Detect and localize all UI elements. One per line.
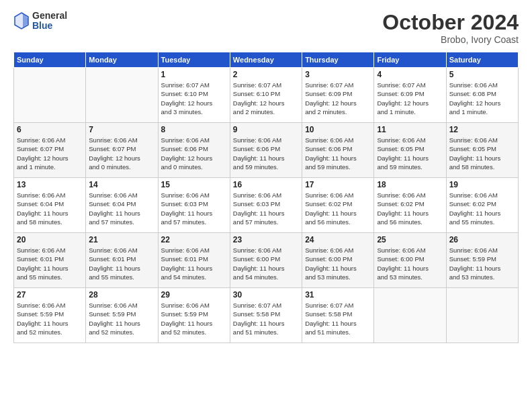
day-info: Sunrise: 6:06 AM Sunset: 6:08 PM Dayligh… [449,81,515,116]
calendar-cell: 31Sunrise: 6:07 AM Sunset: 5:58 PM Dayli… [302,288,374,343]
logo-text: General Blue [32,11,67,32]
day-number: 5 [449,70,515,79]
day-info: Sunrise: 6:06 AM Sunset: 6:02 PM Dayligh… [377,191,443,226]
calendar-cell: 6Sunrise: 6:06 AM Sunset: 6:07 PM Daylig… [14,123,86,178]
day-number: 31 [305,290,371,300]
day-number: 8 [161,125,227,134]
calendar-cell [446,288,518,343]
calendar-cell: 12Sunrise: 6:06 AM Sunset: 6:05 PM Dayli… [446,123,518,178]
calendar-cell: 30Sunrise: 6:07 AM Sunset: 5:58 PM Dayli… [230,288,302,343]
day-number: 18 [377,180,443,189]
day-info: Sunrise: 6:07 AM Sunset: 6:09 PM Dayligh… [377,81,443,116]
calendar-cell: 16Sunrise: 6:06 AM Sunset: 6:03 PM Dayli… [230,178,302,233]
weekday-header-friday: Friday [374,52,446,68]
logo-blue-text: Blue [32,21,67,31]
week-row-4: 20Sunrise: 6:06 AM Sunset: 6:01 PM Dayli… [14,233,519,288]
week-row-1: 1Sunrise: 6:07 AM Sunset: 6:10 PM Daylig… [14,68,519,123]
calendar-cell: 28Sunrise: 6:06 AM Sunset: 5:59 PM Dayli… [86,288,158,343]
logo: General Blue [13,11,67,32]
week-row-5: 27Sunrise: 6:06 AM Sunset: 5:59 PM Dayli… [14,288,519,343]
day-info: Sunrise: 6:06 AM Sunset: 6:01 PM Dayligh… [89,246,154,281]
calendar-cell: 23Sunrise: 6:06 AM Sunset: 6:00 PM Dayli… [230,233,302,288]
calendar-cell: 2Sunrise: 6:07 AM Sunset: 6:10 PM Daylig… [230,68,302,123]
day-number: 13 [17,180,83,189]
day-info: Sunrise: 6:06 AM Sunset: 5:59 PM Dayligh… [17,301,83,336]
day-number: 4 [377,70,443,79]
day-number: 3 [305,70,371,79]
day-number: 30 [233,290,299,300]
day-number: 25 [377,235,443,244]
day-info: Sunrise: 6:06 AM Sunset: 6:00 PM Dayligh… [377,246,443,281]
weekday-header-row: SundayMondayTuesdayWednesdayThursdayFrid… [14,52,519,68]
week-row-2: 6Sunrise: 6:06 AM Sunset: 6:07 PM Daylig… [14,123,519,178]
day-number: 14 [89,180,154,189]
calendar-cell: 13Sunrise: 6:06 AM Sunset: 6:04 PM Dayli… [14,178,86,233]
calendar-cell [14,68,86,123]
day-info: Sunrise: 6:06 AM Sunset: 6:02 PM Dayligh… [305,191,371,226]
weekday-header-monday: Monday [86,52,158,68]
day-info: Sunrise: 6:06 AM Sunset: 6:03 PM Dayligh… [161,191,227,226]
calendar-cell: 29Sunrise: 6:06 AM Sunset: 5:59 PM Dayli… [158,288,230,343]
day-number: 21 [89,235,154,244]
day-info: Sunrise: 6:07 AM Sunset: 5:58 PM Dayligh… [305,301,371,336]
page: General Blue October 2024 Brobo, Ivory C… [0,0,532,411]
day-number: 9 [233,125,299,134]
calendar-cell: 20Sunrise: 6:06 AM Sunset: 6:01 PM Dayli… [14,233,86,288]
day-number: 1 [161,70,227,79]
calendar-cell: 14Sunrise: 6:06 AM Sunset: 6:04 PM Dayli… [86,178,158,233]
day-info: Sunrise: 6:06 AM Sunset: 6:05 PM Dayligh… [377,136,443,171]
day-number: 2 [233,70,299,79]
day-number: 23 [233,235,299,244]
day-number: 11 [377,125,443,134]
day-info: Sunrise: 6:06 AM Sunset: 6:05 PM Dayligh… [449,136,515,171]
day-info: Sunrise: 6:07 AM Sunset: 6:10 PM Dayligh… [233,81,299,116]
day-number: 29 [161,290,227,300]
day-number: 15 [161,180,227,189]
calendar-cell: 19Sunrise: 6:06 AM Sunset: 6:02 PM Dayli… [446,178,518,233]
day-number: 16 [233,180,299,189]
calendar-cell: 17Sunrise: 6:06 AM Sunset: 6:02 PM Dayli… [302,178,374,233]
calendar-cell: 3Sunrise: 6:07 AM Sunset: 6:09 PM Daylig… [302,68,374,123]
day-number: 6 [17,125,83,134]
calendar-cell: 8Sunrise: 6:06 AM Sunset: 6:06 PM Daylig… [158,123,230,178]
calendar-cell: 9Sunrise: 6:06 AM Sunset: 6:06 PM Daylig… [230,123,302,178]
week-row-3: 13Sunrise: 6:06 AM Sunset: 6:04 PM Dayli… [14,178,519,233]
day-number: 19 [449,180,515,189]
day-info: Sunrise: 6:06 AM Sunset: 6:01 PM Dayligh… [17,246,83,281]
day-info: Sunrise: 6:06 AM Sunset: 6:00 PM Dayligh… [305,246,371,281]
day-info: Sunrise: 6:06 AM Sunset: 5:59 PM Dayligh… [161,301,227,336]
calendar-cell: 26Sunrise: 6:06 AM Sunset: 5:59 PM Dayli… [446,233,518,288]
day-info: Sunrise: 6:06 AM Sunset: 6:01 PM Dayligh… [161,246,227,281]
day-info: Sunrise: 6:06 AM Sunset: 6:00 PM Dayligh… [233,246,299,281]
logo-general-text: General [32,11,67,21]
day-info: Sunrise: 6:07 AM Sunset: 6:10 PM Dayligh… [161,81,227,116]
month-title: October 2024 [382,11,519,34]
calendar-cell: 1Sunrise: 6:07 AM Sunset: 6:10 PM Daylig… [158,68,230,123]
day-info: Sunrise: 6:06 AM Sunset: 6:06 PM Dayligh… [161,136,227,171]
calendar-cell: 21Sunrise: 6:06 AM Sunset: 6:01 PM Dayli… [86,233,158,288]
logo-icon [13,11,30,30]
weekday-header-saturday: Saturday [446,52,518,68]
day-info: Sunrise: 6:06 AM Sunset: 6:07 PM Dayligh… [17,136,83,171]
day-info: Sunrise: 6:07 AM Sunset: 6:09 PM Dayligh… [305,81,371,116]
location: Brobo, Ivory Coast [382,34,519,45]
calendar-cell: 15Sunrise: 6:06 AM Sunset: 6:03 PM Dayli… [158,178,230,233]
day-number: 26 [449,235,515,244]
calendar-cell: 5Sunrise: 6:06 AM Sunset: 6:08 PM Daylig… [446,68,518,123]
weekday-header-wednesday: Wednesday [230,52,302,68]
calendar-cell: 27Sunrise: 6:06 AM Sunset: 5:59 PM Dayli… [14,288,86,343]
calendar-cell: 4Sunrise: 6:07 AM Sunset: 6:09 PM Daylig… [374,68,446,123]
day-info: Sunrise: 6:06 AM Sunset: 6:02 PM Dayligh… [449,191,515,226]
day-number: 12 [449,125,515,134]
day-info: Sunrise: 6:07 AM Sunset: 5:58 PM Dayligh… [233,301,299,336]
calendar: SundayMondayTuesdayWednesdayThursdayFrid… [13,52,519,343]
calendar-cell [86,68,158,123]
day-number: 7 [89,125,154,134]
day-info: Sunrise: 6:06 AM Sunset: 6:07 PM Dayligh… [89,136,154,171]
day-info: Sunrise: 6:06 AM Sunset: 6:06 PM Dayligh… [305,136,371,171]
calendar-cell: 25Sunrise: 6:06 AM Sunset: 6:00 PM Dayli… [374,233,446,288]
header: General Blue October 2024 Brobo, Ivory C… [13,11,519,45]
calendar-cell: 18Sunrise: 6:06 AM Sunset: 6:02 PM Dayli… [374,178,446,233]
day-number: 17 [305,180,371,189]
day-info: Sunrise: 6:06 AM Sunset: 5:59 PM Dayligh… [89,301,154,336]
